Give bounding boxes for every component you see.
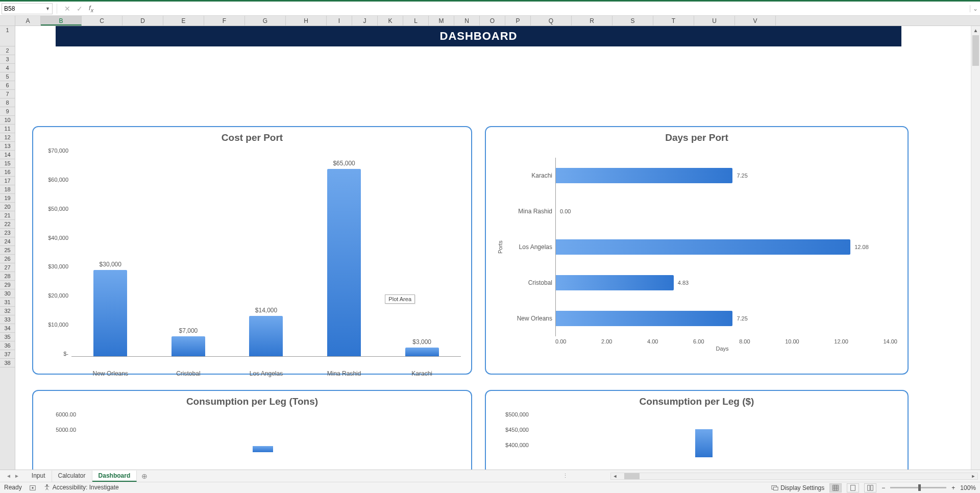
bar[interactable] [556, 239, 850, 255]
row-header[interactable]: 1 [0, 26, 15, 46]
row-header[interactable]: 36 [0, 341, 15, 350]
row-header[interactable]: 19 [0, 194, 15, 203]
row-header[interactable]: 24 [0, 237, 15, 246]
add-sheet-button[interactable]: ⊕ [137, 472, 152, 480]
row-header[interactable]: 30 [0, 289, 15, 298]
row-header[interactable]: 3 [0, 55, 15, 64]
column-header[interactable]: P [505, 16, 531, 26]
bar[interactable] [327, 169, 361, 356]
row-header[interactable]: 20 [0, 203, 15, 211]
row-header[interactable]: 5 [0, 72, 15, 81]
row-header[interactable]: 22 [0, 220, 15, 229]
row-header[interactable]: 35 [0, 333, 15, 341]
row-header[interactable]: 27 [0, 263, 15, 272]
bar[interactable] [405, 348, 439, 356]
row-header[interactable]: 29 [0, 281, 15, 289]
row-header[interactable]: 15 [0, 159, 15, 168]
check-icon[interactable]: ✓ [77, 5, 83, 13]
row-header[interactable]: 31 [0, 298, 15, 307]
column-header[interactable]: K [378, 16, 403, 26]
bar[interactable] [249, 316, 283, 356]
scroll-left-icon[interactable]: ◄ [611, 474, 619, 479]
sheet-tab[interactable]: Dashboard [92, 471, 137, 482]
row-header[interactable]: 28 [0, 272, 15, 281]
vertical-scrollbar[interactable]: ▲ ▼ [971, 26, 980, 478]
bar[interactable] [556, 275, 674, 290]
row-header[interactable]: 34 [0, 324, 15, 333]
view-normal-button[interactable] [829, 483, 842, 492]
column-header[interactable]: E [163, 16, 204, 26]
column-header[interactable]: M [429, 16, 454, 26]
column-header[interactable]: G [245, 16, 286, 26]
macro-record-icon[interactable] [29, 484, 36, 491]
column-header[interactable]: C [82, 16, 122, 26]
zoom-in-button[interactable]: + [951, 484, 955, 491]
row-header[interactable]: 11 [0, 125, 15, 133]
column-header[interactable]: I [327, 16, 352, 26]
column-header[interactable]: R [572, 16, 612, 26]
row-header[interactable]: 6 [0, 81, 15, 90]
zoom-level[interactable]: 100% [960, 484, 976, 491]
bar[interactable] [556, 311, 732, 326]
display-settings-button[interactable]: Display Settings [771, 484, 824, 491]
zoom-slider[interactable] [890, 487, 946, 488]
row-header[interactable]: 7 [0, 90, 15, 98]
fx-icon[interactable]: fx [89, 4, 93, 13]
scroll-up-icon[interactable]: ▲ [971, 26, 980, 35]
column-header[interactable]: N [454, 16, 480, 26]
row-header[interactable]: 18 [0, 185, 15, 194]
chart-consumption-tons[interactable]: Consumption per Leg (Tons) 6000.005000.0… [32, 390, 472, 470]
row-header[interactable]: 23 [0, 229, 15, 237]
row-header[interactable]: 4 [0, 64, 15, 72]
column-header[interactable]: U [694, 16, 735, 26]
column-header[interactable]: H [286, 16, 327, 26]
bar[interactable] [172, 336, 205, 357]
row-header[interactable]: 25 [0, 246, 15, 255]
column-header[interactable]: T [653, 16, 694, 26]
chart-cost-per-port[interactable]: Cost per Port $70,000$60,000$50,000$40,0… [32, 126, 472, 375]
formula-input[interactable] [96, 3, 970, 14]
view-page-layout-button[interactable] [847, 483, 859, 492]
column-header[interactable]: J [352, 16, 378, 26]
bar[interactable] [556, 168, 732, 183]
row-header[interactable]: 9 [0, 107, 15, 116]
row-header[interactable]: 10 [0, 116, 15, 125]
expand-formula-icon[interactable]: ⌄ [970, 5, 980, 12]
sheet-tab[interactable]: Input [26, 471, 52, 482]
column-header[interactable]: O [480, 16, 505, 26]
scrollbar-thumb[interactable] [972, 35, 979, 66]
cancel-icon[interactable]: ✕ [64, 5, 70, 13]
row-header[interactable]: 33 [0, 315, 15, 324]
column-header[interactable]: S [612, 16, 653, 26]
sheet-canvas[interactable]: DASHBOARD Cost per Port $70,000$60,000$5… [15, 26, 980, 470]
name-box[interactable]: B58 ▼ [2, 3, 53, 14]
scroll-right-icon[interactable]: ► [969, 474, 977, 479]
row-header[interactable]: 14 [0, 151, 15, 159]
bar[interactable] [93, 270, 127, 356]
column-header[interactable]: B [41, 16, 82, 26]
column-header[interactable]: F [204, 16, 245, 26]
horizontal-scrollbar[interactable]: ◄ ► [571, 473, 980, 480]
tab-nav-prev-icon[interactable]: ◄ [6, 473, 11, 479]
row-header[interactable]: 32 [0, 307, 15, 315]
row-header[interactable]: 37 [0, 350, 15, 359]
row-header[interactable]: 17 [0, 177, 15, 185]
sheet-tab[interactable]: Calculator [52, 471, 92, 482]
row-header[interactable]: 2 [0, 46, 15, 55]
accessibility-status[interactable]: Accessibility: Investigate [43, 484, 119, 491]
row-header[interactable]: 26 [0, 255, 15, 263]
row-header[interactable]: 12 [0, 133, 15, 142]
row-header[interactable]: 38 [0, 359, 15, 367]
tab-split-icon[interactable]: ⋮ [559, 473, 571, 479]
row-header[interactable]: 13 [0, 142, 15, 151]
chart-days-per-port[interactable]: Days per Port Ports KarachiMina RashidLo… [485, 126, 909, 375]
row-header[interactable]: 21 [0, 211, 15, 220]
tab-nav-next-icon[interactable]: ► [14, 473, 19, 479]
row-header[interactable]: 16 [0, 168, 15, 177]
view-page-break-button[interactable] [864, 483, 876, 492]
select-all-corner[interactable] [0, 16, 15, 26]
chart-consumption-dollars[interactable]: Consumption per Leg ($) $500,000$450,000… [485, 390, 909, 470]
column-header[interactable]: V [735, 16, 776, 26]
chevron-down-icon[interactable]: ▼ [45, 6, 50, 11]
row-header[interactable]: 8 [0, 98, 15, 107]
